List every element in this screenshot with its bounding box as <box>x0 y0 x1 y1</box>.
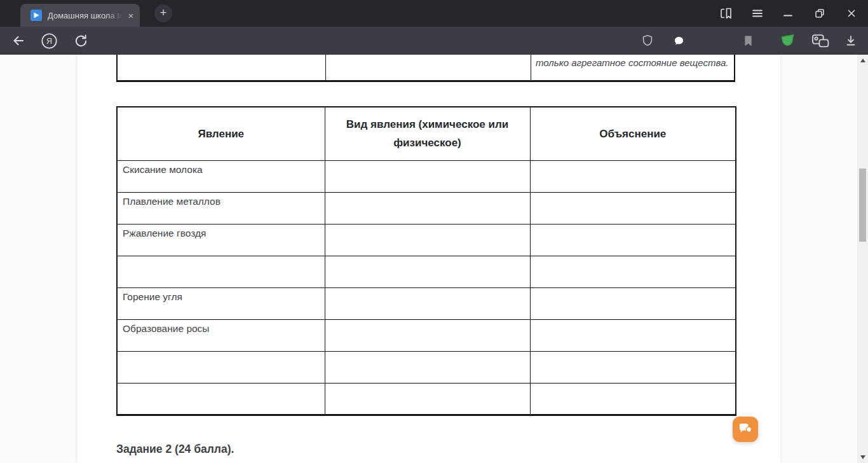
table-row: Образование росы <box>117 319 736 351</box>
scroll-down-icon[interactable] <box>857 453 868 462</box>
document-container: только агрегатное состояние вещества. Яв… <box>78 55 780 463</box>
table-row: Скисание молока <box>117 160 736 192</box>
site-favicon-icon <box>31 10 42 21</box>
table-row <box>117 383 736 415</box>
window-close-icon[interactable] <box>840 0 863 27</box>
cell-phenomenon: Скисание молока <box>117 160 325 192</box>
cell-phenomenon: Плавление металлов <box>117 192 325 224</box>
cell-type <box>325 224 530 256</box>
protect-shield-icon[interactable] <box>637 27 658 55</box>
cell-explanation <box>530 287 736 319</box>
browser-tab[interactable]: Домашняя школа Inter × <box>20 4 140 27</box>
cell-phenomenon: Ржавление гвоздя <box>117 224 325 256</box>
window-minimize-icon[interactable] <box>776 0 799 27</box>
svg-text:Я: Я <box>46 37 51 46</box>
cell-phenomenon <box>117 256 325 287</box>
table-row <box>117 256 736 287</box>
vertical-scrollbar[interactable] <box>857 55 868 463</box>
page-content: только агрегатное состояние вещества. Яв… <box>0 55 868 463</box>
cell-phenomenon <box>117 383 325 415</box>
header-explanation: Объяснение <box>530 107 736 160</box>
cell-explanation <box>530 383 736 415</box>
cell-explanation <box>530 192 736 224</box>
table-row: Горение угля <box>117 287 736 319</box>
password-manager-icon[interactable] <box>808 27 834 55</box>
window-restore-icon[interactable] <box>808 0 831 27</box>
cell-type <box>325 192 530 224</box>
phenomena-table: Явление Вид явления (химическое или физи… <box>116 106 736 416</box>
cell-explanation <box>530 319 736 351</box>
cell-type <box>325 256 530 287</box>
table-row: Ржавление гвоздя <box>117 224 736 256</box>
header-phenomenon: Явление <box>117 107 325 160</box>
task-heading: Задание 2 (24 балла). <box>116 443 234 456</box>
reviews-bubble-icon[interactable] <box>668 27 689 55</box>
cell-explanation <box>530 160 736 192</box>
cell-type <box>325 160 530 192</box>
cell-type <box>325 383 530 415</box>
cell-type <box>325 351 530 383</box>
cell-phenomenon: Образование росы <box>117 319 325 351</box>
bookmark-flag-icon[interactable] <box>737 27 759 55</box>
scroll-up-icon[interactable] <box>857 56 868 65</box>
cell-type <box>325 287 530 319</box>
tab-title: Домашняя школа Inter <box>48 11 123 20</box>
cell-explanation <box>530 351 736 383</box>
cell-explanation <box>530 256 736 287</box>
table-row: Плавление металлов <box>117 192 736 224</box>
cell-phenomenon: Горение угля <box>117 287 325 319</box>
header-type: Вид явления (химическое или физическое) <box>325 107 530 160</box>
new-tab-button[interactable]: + <box>154 4 172 22</box>
table-header-row: Явление Вид явления (химическое или физи… <box>117 107 736 160</box>
refresh-icon[interactable] <box>70 27 92 55</box>
back-icon[interactable] <box>8 27 29 55</box>
side-panel-icon[interactable] <box>714 0 737 27</box>
chat-bubbles-icon <box>738 423 753 436</box>
tab-bar: Домашняя школа Inter × + <box>0 0 868 27</box>
previous-table-fragment: только агрегатное состояние вещества. <box>116 55 735 82</box>
extension-green-icon[interactable] <box>776 27 798 55</box>
yandex-services-icon[interactable]: Я <box>38 27 60 55</box>
cell-explanation <box>530 224 736 256</box>
browser-toolbar: Я interneturok.ru Домашняя школа Interne… <box>0 27 868 55</box>
download-icon[interactable] <box>840 27 862 55</box>
menu-icon[interactable] <box>746 0 769 27</box>
table-row <box>117 351 736 383</box>
previous-table-cell-text: только агрегатное состояние вещества. <box>536 57 728 68</box>
chat-widget-button[interactable] <box>733 417 758 442</box>
cell-phenomenon <box>117 351 325 383</box>
cell-type <box>325 319 530 351</box>
tab-close-icon[interactable]: × <box>124 8 138 22</box>
scrollbar-thumb[interactable] <box>859 169 866 242</box>
